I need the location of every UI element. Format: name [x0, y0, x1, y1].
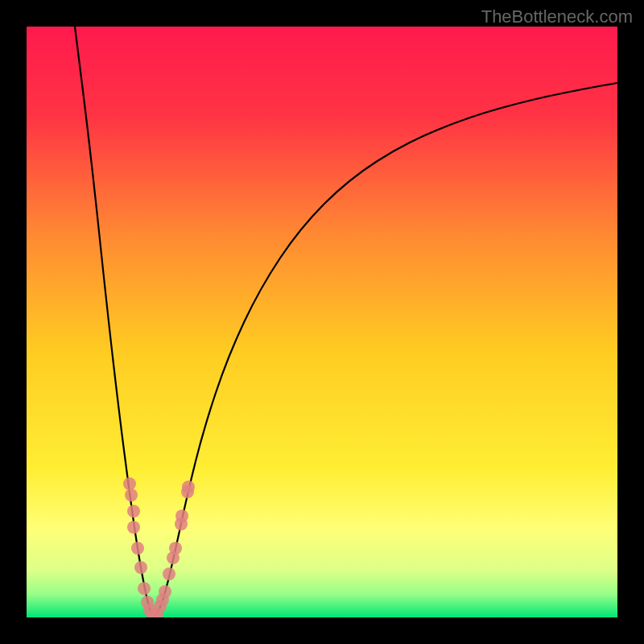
- scatter-point: [127, 505, 140, 518]
- curve-path-group: [75, 27, 617, 616]
- scatter-point: [182, 481, 195, 493]
- scatter-point: [169, 542, 182, 555]
- scatter-point: [131, 542, 144, 555]
- bottleneck-curve: [75, 27, 617, 616]
- scatter-point: [175, 510, 188, 522]
- scatter-point: [134, 561, 147, 574]
- scatter-point: [159, 585, 171, 598]
- scatter-point: [138, 582, 151, 595]
- chart-svg: [27, 27, 617, 617]
- watermark-text: TheBottleneck.com: [481, 6, 633, 27]
- scatter-point: [125, 489, 138, 502]
- scatter-point: [123, 477, 136, 490]
- scatter-points-group: [123, 477, 195, 617]
- chart-container: [27, 27, 617, 617]
- scatter-point: [127, 521, 140, 534]
- scatter-point: [163, 568, 175, 580]
